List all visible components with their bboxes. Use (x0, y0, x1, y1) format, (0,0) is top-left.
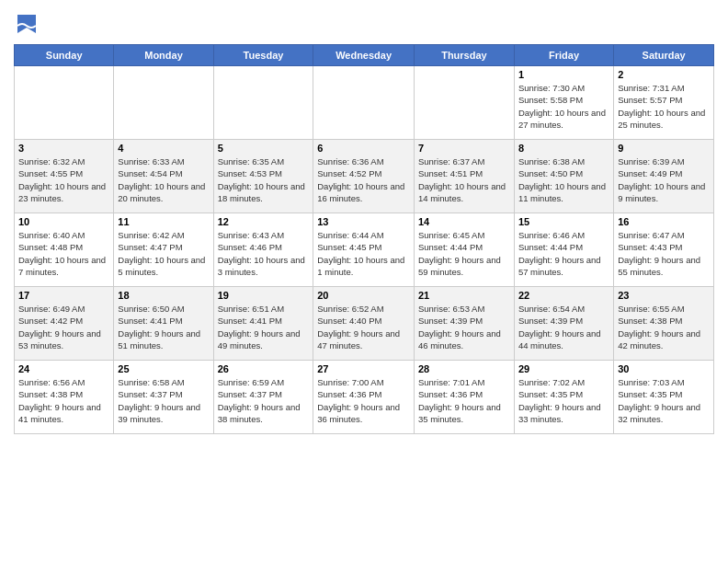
day-number: 24 (18, 363, 109, 374)
calendar-cell: 27Sunrise: 7:00 AM Sunset: 4:36 PM Dayli… (313, 361, 415, 434)
calendar-cell: 29Sunrise: 7:02 AM Sunset: 4:35 PM Dayli… (514, 361, 613, 434)
day-number: 23 (618, 290, 710, 301)
calendar-cell: 11Sunrise: 6:42 AM Sunset: 4:47 PM Dayli… (114, 213, 213, 287)
day-info: Sunrise: 6:49 AM Sunset: 4:42 PM Dayligh… (18, 303, 109, 351)
calendar-header-sunday: Sunday (15, 45, 114, 66)
calendar-cell: 3Sunrise: 6:32 AM Sunset: 4:55 PM Daylig… (15, 140, 114, 213)
day-info: Sunrise: 6:54 AM Sunset: 4:39 PM Dayligh… (518, 303, 609, 351)
calendar-cell (313, 66, 415, 140)
calendar-week-3: 10Sunrise: 6:40 AM Sunset: 4:48 PM Dayli… (15, 213, 714, 287)
day-number: 27 (317, 363, 410, 374)
day-number: 17 (18, 290, 109, 301)
day-number: 8 (518, 143, 609, 154)
calendar-cell: 5Sunrise: 6:35 AM Sunset: 4:53 PM Daylig… (213, 140, 313, 213)
day-number: 2 (618, 69, 710, 80)
calendar-cell: 25Sunrise: 6:58 AM Sunset: 4:37 PM Dayli… (114, 361, 213, 434)
day-info: Sunrise: 6:55 AM Sunset: 4:38 PM Dayligh… (618, 303, 710, 351)
logo-icon (14, 13, 40, 39)
calendar-header-saturday: Saturday (614, 45, 714, 66)
calendar-cell: 2Sunrise: 7:31 AM Sunset: 5:57 PM Daylig… (614, 66, 714, 140)
day-number: 9 (618, 143, 710, 154)
calendar-cell: 20Sunrise: 6:52 AM Sunset: 4:40 PM Dayli… (313, 287, 415, 361)
day-number: 6 (317, 143, 410, 154)
day-info: Sunrise: 6:44 AM Sunset: 4:45 PM Dayligh… (317, 229, 410, 278)
calendar-cell: 21Sunrise: 6:53 AM Sunset: 4:39 PM Dayli… (414, 287, 514, 361)
calendar-header-wednesday: Wednesday (313, 45, 415, 66)
day-number: 15 (518, 216, 609, 227)
day-info: Sunrise: 6:59 AM Sunset: 4:37 PM Dayligh… (218, 376, 310, 425)
day-info: Sunrise: 6:38 AM Sunset: 4:50 PM Dayligh… (518, 155, 609, 204)
calendar-header-monday: Monday (114, 45, 213, 66)
day-number: 25 (118, 363, 209, 374)
day-number: 19 (218, 290, 310, 301)
calendar-cell: 17Sunrise: 6:49 AM Sunset: 4:42 PM Dayli… (15, 287, 114, 361)
calendar-cell: 14Sunrise: 6:45 AM Sunset: 4:44 PM Dayli… (414, 213, 514, 287)
day-info: Sunrise: 6:39 AM Sunset: 4:49 PM Dayligh… (618, 155, 710, 204)
day-number: 22 (518, 290, 609, 301)
day-info: Sunrise: 6:46 AM Sunset: 4:44 PM Dayligh… (518, 229, 609, 278)
calendar-cell: 13Sunrise: 6:44 AM Sunset: 4:45 PM Dayli… (313, 213, 415, 287)
day-info: Sunrise: 6:58 AM Sunset: 4:37 PM Dayligh… (118, 376, 209, 425)
day-info: Sunrise: 6:32 AM Sunset: 4:55 PM Dayligh… (18, 155, 109, 204)
day-number: 12 (218, 216, 310, 227)
day-info: Sunrise: 6:42 AM Sunset: 4:47 PM Dayligh… (118, 229, 209, 278)
day-number: 4 (118, 143, 209, 154)
calendar-week-1: 1Sunrise: 7:30 AM Sunset: 5:58 PM Daylig… (15, 66, 714, 140)
day-number: 14 (418, 216, 510, 227)
day-number: 11 (118, 216, 209, 227)
calendar-cell: 7Sunrise: 6:37 AM Sunset: 4:51 PM Daylig… (414, 140, 514, 213)
calendar-cell: 9Sunrise: 6:39 AM Sunset: 4:49 PM Daylig… (614, 140, 714, 213)
day-info: Sunrise: 6:56 AM Sunset: 4:38 PM Dayligh… (18, 376, 109, 425)
day-number: 13 (317, 216, 410, 227)
day-number: 1 (518, 69, 609, 80)
calendar-week-4: 17Sunrise: 6:49 AM Sunset: 4:42 PM Dayli… (15, 287, 714, 361)
day-info: Sunrise: 6:53 AM Sunset: 4:39 PM Dayligh… (418, 303, 510, 351)
day-info: Sunrise: 7:31 AM Sunset: 5:57 PM Dayligh… (618, 82, 710, 131)
calendar-cell: 8Sunrise: 6:38 AM Sunset: 4:50 PM Daylig… (514, 140, 613, 213)
day-number: 26 (218, 363, 310, 374)
calendar-cell (213, 66, 313, 140)
day-number: 20 (317, 290, 410, 301)
day-number: 18 (118, 290, 209, 301)
calendar-cell: 12Sunrise: 6:43 AM Sunset: 4:46 PM Dayli… (213, 213, 313, 287)
calendar-cell: 26Sunrise: 6:59 AM Sunset: 4:37 PM Dayli… (213, 361, 313, 434)
day-info: Sunrise: 6:52 AM Sunset: 4:40 PM Dayligh… (317, 303, 410, 351)
day-number: 29 (518, 363, 609, 374)
header (14, 9, 714, 39)
day-info: Sunrise: 7:02 AM Sunset: 4:35 PM Dayligh… (518, 376, 609, 425)
day-info: Sunrise: 7:00 AM Sunset: 4:36 PM Dayligh… (317, 376, 410, 425)
calendar-cell: 19Sunrise: 6:51 AM Sunset: 4:41 PM Dayli… (213, 287, 313, 361)
calendar-header-row: SundayMondayTuesdayWednesdayThursdayFrid… (15, 45, 714, 66)
day-number: 5 (218, 143, 310, 154)
calendar-cell: 4Sunrise: 6:33 AM Sunset: 4:54 PM Daylig… (114, 140, 213, 213)
day-info: Sunrise: 6:45 AM Sunset: 4:44 PM Dayligh… (418, 229, 510, 278)
day-info: Sunrise: 6:51 AM Sunset: 4:41 PM Dayligh… (218, 303, 310, 351)
page: SundayMondayTuesdayWednesdayThursdayFrid… (0, 0, 728, 563)
day-number: 30 (618, 363, 710, 374)
logo (14, 13, 43, 39)
calendar-cell: 30Sunrise: 7:03 AM Sunset: 4:35 PM Dayli… (614, 361, 714, 434)
calendar-header-thursday: Thursday (414, 45, 514, 66)
day-number: 28 (418, 363, 510, 374)
day-info: Sunrise: 6:40 AM Sunset: 4:48 PM Dayligh… (18, 229, 109, 278)
day-number: 10 (18, 216, 109, 227)
calendar: SundayMondayTuesdayWednesdayThursdayFrid… (14, 44, 714, 434)
calendar-cell (15, 66, 114, 140)
calendar-cell: 1Sunrise: 7:30 AM Sunset: 5:58 PM Daylig… (514, 66, 613, 140)
day-info: Sunrise: 7:03 AM Sunset: 4:35 PM Dayligh… (618, 376, 710, 425)
day-number: 3 (18, 143, 109, 154)
calendar-cell: 6Sunrise: 6:36 AM Sunset: 4:52 PM Daylig… (313, 140, 415, 213)
calendar-cell (114, 66, 213, 140)
calendar-cell: 16Sunrise: 6:47 AM Sunset: 4:43 PM Dayli… (614, 213, 714, 287)
calendar-cell: 23Sunrise: 6:55 AM Sunset: 4:38 PM Dayli… (614, 287, 714, 361)
day-info: Sunrise: 6:33 AM Sunset: 4:54 PM Dayligh… (118, 155, 209, 204)
calendar-cell (414, 66, 514, 140)
calendar-week-2: 3Sunrise: 6:32 AM Sunset: 4:55 PM Daylig… (15, 140, 714, 213)
day-info: Sunrise: 7:30 AM Sunset: 5:58 PM Dayligh… (518, 82, 609, 131)
day-info: Sunrise: 7:01 AM Sunset: 4:36 PM Dayligh… (418, 376, 510, 425)
calendar-week-5: 24Sunrise: 6:56 AM Sunset: 4:38 PM Dayli… (15, 361, 714, 434)
day-number: 7 (418, 143, 510, 154)
calendar-cell: 24Sunrise: 6:56 AM Sunset: 4:38 PM Dayli… (15, 361, 114, 434)
day-number: 16 (618, 216, 710, 227)
calendar-cell: 28Sunrise: 7:01 AM Sunset: 4:36 PM Dayli… (414, 361, 514, 434)
